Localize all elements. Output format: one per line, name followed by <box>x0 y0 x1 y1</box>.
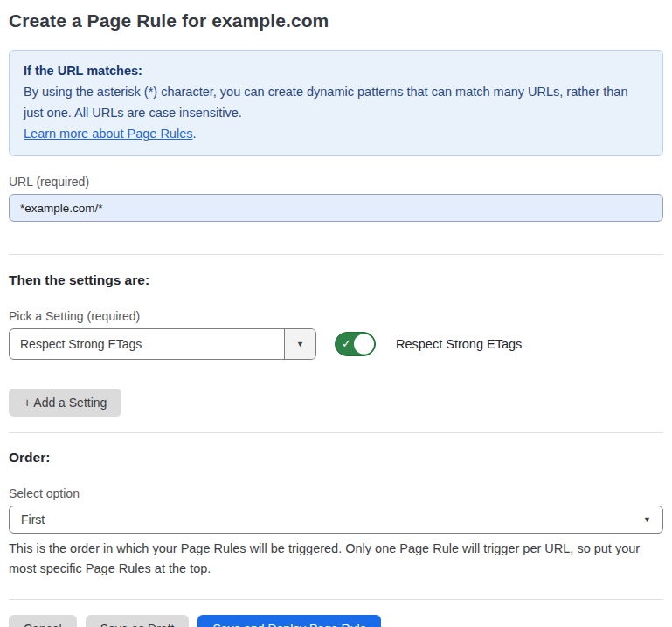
settings-section-heading: Then the settings are: <box>9 272 663 288</box>
setting-row: Respect Strong ETags ▼ ✓ Respect Strong … <box>9 328 663 360</box>
order-dropdown-value: First <box>21 513 45 527</box>
divider <box>9 599 663 600</box>
create-page-rule-form: Create a Page Rule for example.com If th… <box>0 0 672 627</box>
order-section-heading: Order: <box>9 450 663 465</box>
toggle-label: Respect Strong ETags <box>396 337 522 351</box>
setting-dropdown-arrow-button[interactable]: ▼ <box>284 329 315 359</box>
chevron-down-icon: ▼ <box>643 516 651 524</box>
url-field-label: URL (required) <box>9 175 663 189</box>
order-dropdown[interactable]: First ▼ <box>9 506 663 534</box>
info-box-body: By using the asterisk (*) character, you… <box>24 81 648 123</box>
setting-dropdown[interactable]: Respect Strong ETags ▼ <box>9 328 316 360</box>
toggle-knob <box>354 334 374 355</box>
pick-setting-label: Pick a Setting (required) <box>9 309 663 323</box>
info-box-link-line: Learn more about Page Rules. <box>24 123 648 144</box>
etags-toggle[interactable]: ✓ <box>335 332 376 356</box>
page-title: Create a Page Rule for example.com <box>9 10 663 31</box>
info-box-heading: If the URL matches: <box>24 60 648 81</box>
url-input[interactable] <box>9 194 663 222</box>
order-select-label: Select option <box>9 486 663 500</box>
divider <box>9 254 663 255</box>
action-button-row: Cancel Save as Draft Save and Deploy Pag… <box>9 615 663 627</box>
setting-dropdown-value: Respect Strong ETags <box>10 329 284 359</box>
learn-more-link[interactable]: Learn more about Page Rules <box>24 127 192 141</box>
chevron-down-icon: ▼ <box>296 341 304 348</box>
setting-toggle-group: ✓ Respect Strong ETags <box>335 332 522 356</box>
link-suffix: . <box>192 127 196 141</box>
order-help-text: This is the order in which your Page Rul… <box>9 539 663 579</box>
url-match-info-box: If the URL matches: By using the asteris… <box>9 50 663 156</box>
save-and-deploy-button[interactable]: Save and Deploy Page Rule <box>197 615 381 627</box>
check-icon: ✓ <box>342 337 351 350</box>
add-setting-button[interactable]: + Add a Setting <box>9 389 121 417</box>
cancel-button[interactable]: Cancel <box>9 615 77 627</box>
save-as-draft-button[interactable]: Save as Draft <box>86 615 190 627</box>
divider <box>9 432 663 433</box>
